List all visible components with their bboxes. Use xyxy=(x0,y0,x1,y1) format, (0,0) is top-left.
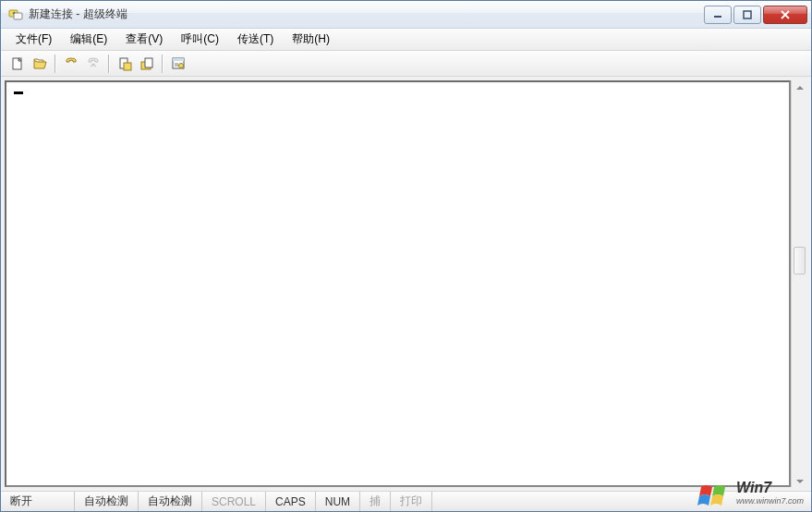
disconnect-phone-icon xyxy=(86,56,101,71)
open-folder-icon xyxy=(32,56,47,71)
menu-help[interactable]: 帮助(H) xyxy=(283,29,339,50)
content-area xyxy=(1,77,811,491)
scroll-up-icon xyxy=(794,82,806,93)
scroll-down-icon xyxy=(794,476,806,487)
svg-point-11 xyxy=(179,63,184,67)
status-num: NUM xyxy=(316,492,360,511)
toolbar xyxy=(1,51,811,77)
menu-call[interactable]: 呼叫(C) xyxy=(172,29,228,50)
status-scroll: SCROLL xyxy=(202,492,266,511)
new-button[interactable] xyxy=(8,55,27,73)
svg-rect-1 xyxy=(14,13,22,19)
window-title: 新建连接 - 超级终端 xyxy=(29,6,702,22)
menu-file[interactable]: 文件(F) xyxy=(6,29,61,50)
send-file-icon xyxy=(117,56,132,71)
status-detect1: 自动检测 xyxy=(75,492,139,511)
svg-rect-3 xyxy=(744,11,751,18)
close-icon xyxy=(780,10,791,19)
svg-rect-2 xyxy=(714,16,721,18)
connect-button[interactable] xyxy=(62,55,80,73)
minimize-button[interactable] xyxy=(704,6,732,24)
scrollbar-thumb[interactable] xyxy=(794,247,806,274)
window-controls xyxy=(702,6,807,24)
maximize-button[interactable] xyxy=(733,6,761,24)
receive-file-icon xyxy=(139,56,154,71)
vertical-scrollbar[interactable] xyxy=(791,80,807,487)
maximize-icon xyxy=(743,10,752,19)
phone-icon xyxy=(64,56,79,71)
menu-edit[interactable]: 编辑(E) xyxy=(61,29,116,50)
svg-rect-6 xyxy=(124,63,131,70)
properties-icon xyxy=(171,56,186,71)
status-detect2: 自动检测 xyxy=(139,492,202,511)
toolbar-separator xyxy=(108,55,110,73)
toolbar-separator xyxy=(162,55,164,73)
terminal-output[interactable] xyxy=(5,80,791,487)
status-capture: 捕 xyxy=(360,492,391,511)
app-icon xyxy=(8,7,23,22)
status-print: 打印 xyxy=(391,492,432,511)
receive-button[interactable] xyxy=(138,55,156,73)
minimize-icon xyxy=(713,10,722,19)
disconnect-button xyxy=(84,55,103,73)
toolbar-separator xyxy=(55,55,56,73)
status-caps: CAPS xyxy=(266,492,316,511)
statusbar: 断开 自动检测 自动检测 SCROLL CAPS NUM 捕 打印 xyxy=(1,491,811,511)
titlebar: 新建连接 - 超级终端 xyxy=(1,1,811,29)
status-connection: 断开 xyxy=(1,492,75,511)
properties-button[interactable] xyxy=(169,55,188,73)
close-button[interactable] xyxy=(763,6,807,24)
menu-transfer[interactable]: 传送(T) xyxy=(228,29,283,50)
svg-rect-10 xyxy=(173,58,184,61)
menubar: 文件(F) 编辑(E) 查看(V) 呼叫(C) 传送(T) 帮助(H) xyxy=(1,29,811,51)
svg-rect-8 xyxy=(145,58,152,67)
scrollbar-track[interactable] xyxy=(792,93,807,476)
menu-view[interactable]: 查看(V) xyxy=(116,29,172,50)
text-cursor xyxy=(14,91,23,94)
new-file-icon xyxy=(10,56,25,71)
send-button[interactable] xyxy=(115,55,134,73)
open-button[interactable] xyxy=(30,55,49,73)
app-window: 新建连接 - 超级终端 文件(F) 编辑(E) 查看(V) 呼叫(C) 传送(T… xyxy=(0,0,812,512)
